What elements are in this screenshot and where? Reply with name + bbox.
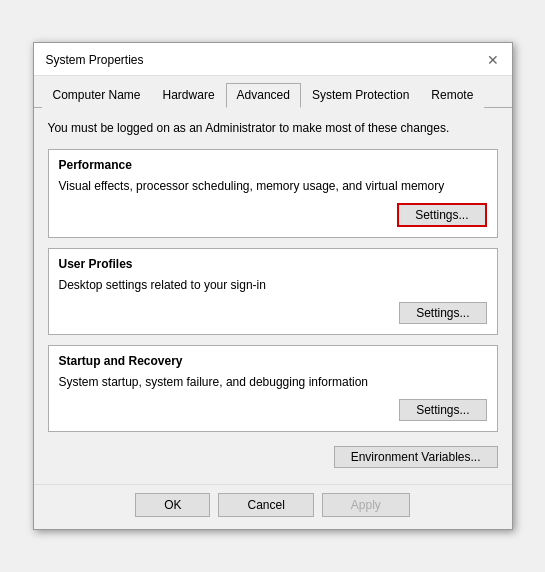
window-title: System Properties: [46, 53, 144, 67]
tab-advanced[interactable]: Advanced: [226, 83, 301, 108]
tab-content: You must be logged on as an Administrato…: [34, 108, 512, 483]
startup-recovery-settings-button[interactable]: Settings...: [399, 399, 486, 421]
title-bar: System Properties ✕: [34, 43, 512, 76]
tab-hardware[interactable]: Hardware: [152, 83, 226, 108]
close-button[interactable]: ✕: [484, 51, 502, 69]
startup-recovery-section: Startup and Recovery System startup, sys…: [48, 345, 498, 432]
startup-recovery-title: Startup and Recovery: [59, 354, 487, 368]
user-profiles-settings-button[interactable]: Settings...: [399, 302, 486, 324]
system-properties-window: System Properties ✕ Computer Name Hardwa…: [33, 42, 513, 529]
user-profiles-btn-row: Settings...: [59, 302, 487, 324]
user-profiles-desc: Desktop settings related to your sign-in: [59, 277, 487, 294]
performance-settings-button[interactable]: Settings...: [397, 203, 486, 227]
performance-section: Performance Visual effects, processor sc…: [48, 149, 498, 238]
environment-variables-button[interactable]: Environment Variables...: [334, 446, 498, 468]
dialog-footer: OK Cancel Apply: [34, 484, 512, 529]
apply-button[interactable]: Apply: [322, 493, 410, 517]
startup-recovery-btn-row: Settings...: [59, 399, 487, 421]
tab-system-protection[interactable]: System Protection: [301, 83, 420, 108]
ok-button[interactable]: OK: [135, 493, 210, 517]
tab-computer-name[interactable]: Computer Name: [42, 83, 152, 108]
admin-note: You must be logged on as an Administrato…: [48, 120, 498, 137]
cancel-button[interactable]: Cancel: [218, 493, 313, 517]
tab-bar: Computer Name Hardware Advanced System P…: [34, 76, 512, 108]
performance-desc: Visual effects, processor scheduling, me…: [59, 178, 487, 195]
user-profiles-section: User Profiles Desktop settings related t…: [48, 248, 498, 335]
performance-btn-row: Settings...: [59, 203, 487, 227]
tab-remote[interactable]: Remote: [420, 83, 484, 108]
user-profiles-title: User Profiles: [59, 257, 487, 271]
performance-title: Performance: [59, 158, 487, 172]
env-variables-row: Environment Variables...: [48, 442, 498, 474]
startup-recovery-desc: System startup, system failure, and debu…: [59, 374, 487, 391]
